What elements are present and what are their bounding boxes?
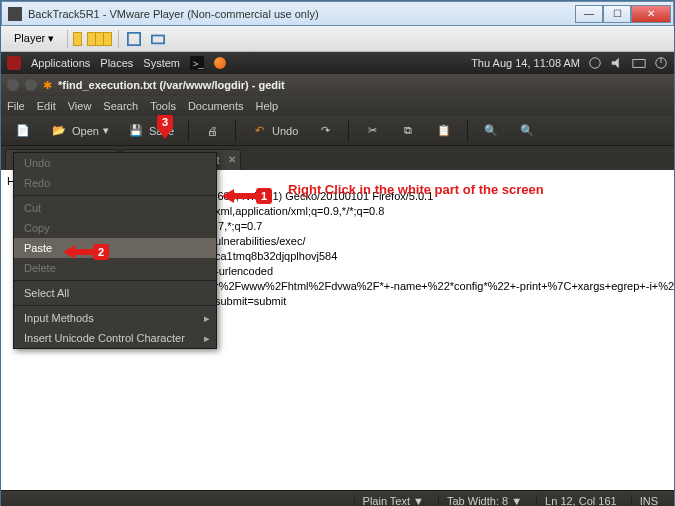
menu-tools[interactable]: Tools [150,100,176,112]
context-menu: UndoRedoCutCopyPasteDeleteSelect AllInpu… [13,152,217,349]
context-redo: Redo [14,173,216,193]
context-copy: Copy [14,218,216,238]
tab-close-icon[interactable]: ✕ [228,154,236,165]
cut-button[interactable]: ✂ [356,118,388,144]
print-button[interactable]: 🖨 [196,118,228,144]
close-button[interactable]: ✕ [631,5,671,23]
gnome-top-panel: Applications Places System >_ Thu Aug 14… [1,52,674,74]
status-language[interactable]: Plain Text ▼ [354,495,432,507]
vmware-app-icon [8,7,22,21]
mail-icon[interactable] [632,56,646,70]
status-cursor: Ln 12, Col 161 [536,495,625,507]
annotation-3: 3 [157,115,173,139]
menu-file[interactable]: File [7,100,25,112]
open-button[interactable]: 📂Open ▾ [43,118,116,144]
svg-rect-1 [152,35,164,43]
vm-view-multi-icon[interactable] [88,32,112,46]
player-menu[interactable]: Player ▾ [7,29,61,48]
undo-button[interactable]: ↶Undo [243,118,305,144]
gedit-titlebar[interactable]: ✱ *find_execution.txt (/var/www/logdir) … [1,74,674,96]
network-icon[interactable] [588,56,602,70]
menu-edit[interactable]: Edit [37,100,56,112]
vmware-title: BackTrack5R1 - VMware Player (Non-commer… [28,8,319,20]
gedit-menubar: File Edit View Search Tools Documents He… [1,96,674,116]
gedit-toolbar: 📄 📂Open ▾ 💾Save 🖨 ↶Undo ↷ ✂ ⧉ 📋 🔍 🔍 [1,116,674,146]
firefox-launcher-icon[interactable] [214,57,226,69]
menu-documents[interactable]: Documents [188,100,244,112]
context-cut: Cut [14,198,216,218]
new-button[interactable]: 📄 [7,118,39,144]
svg-rect-6 [633,60,645,68]
replace-button[interactable]: 🔍 [511,118,543,144]
context-input-methods[interactable]: Input Methods▸ [14,308,216,328]
panel-menu-applications[interactable]: Applications [31,57,90,69]
menu-help[interactable]: Help [256,100,279,112]
vmware-toolbar: Player ▾ [1,26,674,52]
panel-menu-places[interactable]: Places [100,57,133,69]
unity-icon[interactable] [149,30,167,48]
status-tabwidth[interactable]: Tab Width: 8 ▼ [438,495,530,507]
svg-rect-0 [128,32,140,44]
terminal-launcher-icon[interactable]: >_ [190,56,204,70]
gedit-statusbar: Plain Text ▼ Tab Width: 8 ▼ Ln 12, Col 1… [1,490,674,506]
power-icon[interactable] [654,56,668,70]
window-menu-icon[interactable] [7,79,19,91]
svg-marker-5 [612,58,619,69]
annotation-1: 1 [222,188,272,204]
find-button[interactable]: 🔍 [475,118,507,144]
context-undo: Undo [14,153,216,173]
vm-view-single-icon[interactable] [74,32,82,46]
copy-button[interactable]: ⧉ [392,118,424,144]
menu-search[interactable]: Search [103,100,138,112]
svg-point-4 [590,58,601,69]
gedit-title-text: *find_execution.txt (/var/www/logdir) - … [58,79,285,91]
svg-text:>_: >_ [193,58,204,69]
menu-view[interactable]: View [68,100,92,112]
panel-clock[interactable]: Thu Aug 14, 11:08 AM [471,57,580,69]
annotation-1-text: Right Click in the white part of the scr… [288,182,544,197]
context-delete: Delete [14,258,216,278]
maximize-button[interactable]: ☐ [603,5,631,23]
context-select-all[interactable]: Select All [14,283,216,303]
status-mode: INS [631,495,666,507]
paste-button[interactable]: 📋 [428,118,460,144]
volume-icon[interactable] [610,56,624,70]
context-insert-unicode-control-character[interactable]: Insert Unicode Control Character▸ [14,328,216,348]
panel-menu-system[interactable]: System [143,57,180,69]
fullscreen-icon[interactable] [125,30,143,48]
annotation-2: 2 [63,244,109,260]
minimize-button[interactable]: — [575,5,603,23]
vmware-titlebar: BackTrack5R1 - VMware Player (Non-commer… [1,1,674,26]
redo-button[interactable]: ↷ [309,118,341,144]
backtrack-logo-icon[interactable] [7,56,21,70]
context-paste[interactable]: Paste [14,238,216,258]
window-minimize-icon[interactable] [25,79,37,91]
